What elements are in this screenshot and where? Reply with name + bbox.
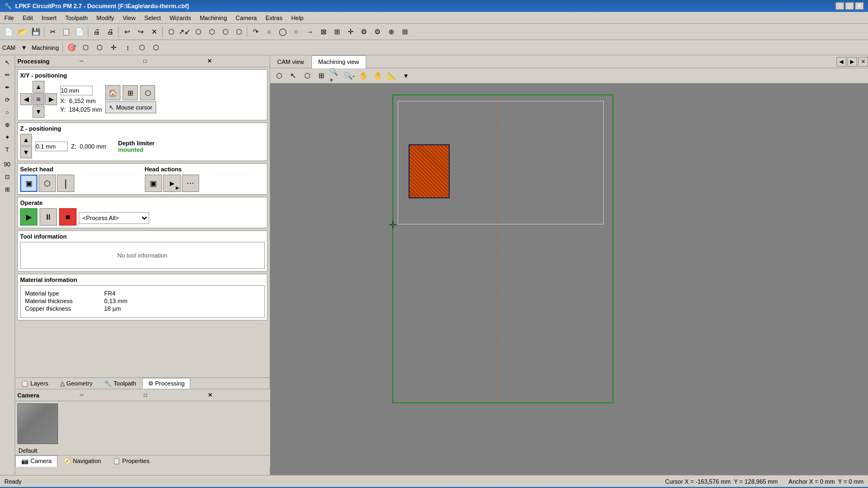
zoom-out-btn[interactable]: 🔍- bbox=[343, 69, 356, 82]
tab-prev-btn[interactable]: ◀ bbox=[837, 57, 846, 67]
tool16[interactable]: ⚙ bbox=[371, 25, 384, 38]
home-button[interactable]: ⊞ bbox=[33, 93, 44, 105]
camera-tab-camera[interactable]: 📷 Camera bbox=[15, 455, 58, 467]
tool6[interactable]: ⬡ bbox=[232, 25, 245, 38]
move-right-button[interactable]: ▶ bbox=[45, 93, 57, 105]
tab-close-btn[interactable]: ✕ bbox=[858, 57, 868, 67]
delete-button[interactable]: ✕ bbox=[148, 25, 161, 38]
cut-button[interactable]: ✂ bbox=[46, 25, 59, 38]
left-icon-11[interactable]: ⊞ bbox=[1, 183, 13, 195]
copy-button[interactable]: 📋 bbox=[60, 25, 73, 38]
print-preview-button[interactable]: 🖨 bbox=[90, 25, 103, 38]
left-icon-10[interactable]: ⊡ bbox=[1, 171, 13, 183]
menu-camera[interactable]: Camera bbox=[231, 14, 261, 22]
tool13[interactable]: ⊞ bbox=[330, 25, 343, 38]
save-button[interactable]: 💾 bbox=[29, 25, 42, 38]
tool4[interactable]: ⬡ bbox=[205, 25, 218, 38]
left-icon-8[interactable]: T bbox=[1, 144, 13, 156]
tab-geometry[interactable]: △ Geometry bbox=[54, 378, 98, 389]
tool2[interactable]: ↗↙ bbox=[178, 25, 191, 38]
fiducial2-btn[interactable]: ⬡ bbox=[140, 85, 155, 100]
new-button[interactable]: 📄 bbox=[2, 25, 15, 38]
left-icon-4[interactable]: ⟳ bbox=[1, 94, 13, 106]
menu-modify[interactable]: Modify bbox=[92, 14, 118, 22]
pan-btn[interactable]: ✋ bbox=[357, 69, 370, 82]
tool5[interactable]: ⬡ bbox=[219, 25, 232, 38]
head-action-1[interactable]: ▣ bbox=[145, 175, 162, 192]
z-up-button[interactable]: ▲ bbox=[20, 134, 32, 146]
cam-tool4[interactable]: ✛ bbox=[107, 41, 120, 54]
head-btn-1[interactable]: ▣ bbox=[20, 175, 37, 192]
stop-button[interactable]: ■ bbox=[59, 208, 76, 226]
camera-tab-navigation[interactable]: 🧭 Navigation bbox=[58, 455, 107, 467]
tool7[interactable]: ↷ bbox=[249, 25, 262, 38]
close-button[interactable]: ✕ bbox=[855, 2, 864, 10]
tab-toolpath[interactable]: 🔧 Toolpath bbox=[98, 378, 142, 389]
left-icon-2[interactable]: ✏ bbox=[1, 69, 13, 81]
cam-tool3[interactable]: ⬡ bbox=[93, 41, 106, 54]
xy-step-input[interactable] bbox=[60, 86, 93, 95]
mouse-cursor-button[interactable]: ↖ Mouse cursor bbox=[105, 101, 156, 113]
camera-minimize[interactable]: ─ bbox=[78, 392, 140, 398]
processing-float[interactable]: □ bbox=[142, 58, 204, 64]
tool17[interactable]: ⊕ bbox=[385, 25, 398, 38]
arrow-tool[interactable]: ↖ bbox=[286, 69, 299, 82]
processing-minimize[interactable]: ─ bbox=[78, 58, 140, 64]
canvas-view[interactable]: ✛ bbox=[270, 84, 868, 475]
menu-select[interactable]: Select bbox=[140, 14, 165, 22]
pan2-btn[interactable]: 🤚 bbox=[371, 69, 384, 82]
left-icon-1[interactable]: ↖ bbox=[1, 56, 13, 68]
measure-btn[interactable]: 📐 bbox=[385, 69, 398, 82]
tab-next-btn[interactable]: ▶ bbox=[847, 57, 857, 67]
move-down-button[interactable]: ▼ bbox=[33, 106, 44, 118]
cam-tool5[interactable]: ↕ bbox=[122, 41, 135, 54]
head-btn-2[interactable]: ⬡ bbox=[39, 175, 56, 192]
menu-wizards[interactable]: Wizards bbox=[165, 14, 195, 22]
pause-button[interactable]: ⏸ bbox=[40, 208, 57, 226]
left-icon-9[interactable]: 90 bbox=[1, 158, 13, 170]
print-button[interactable]: 🖨 bbox=[104, 25, 117, 38]
camera-tab-properties[interactable]: 📋 Properties bbox=[107, 455, 155, 467]
tool11[interactable]: → bbox=[303, 25, 316, 38]
menu-insert[interactable]: Insert bbox=[37, 14, 61, 22]
menu-edit[interactable]: Edit bbox=[18, 14, 37, 22]
menu-view[interactable]: View bbox=[118, 14, 140, 22]
head-action-2[interactable]: ▶▶ bbox=[163, 175, 181, 192]
menu-extras[interactable]: Extras bbox=[261, 14, 286, 22]
redo-button[interactable]: ↪ bbox=[134, 25, 147, 38]
undo-button[interactable]: ↩ bbox=[120, 25, 133, 38]
left-icon-6[interactable]: ⊕ bbox=[1, 119, 13, 131]
maximize-button[interactable]: □ bbox=[845, 2, 854, 10]
move-up-button[interactable]: ▲ bbox=[33, 81, 44, 93]
z-down-button[interactable]: ▼ bbox=[20, 146, 32, 158]
processing-close[interactable]: ✕ bbox=[206, 58, 267, 64]
zoom-in-btn[interactable]: 🔍+ bbox=[329, 69, 342, 82]
tool8[interactable]: ○ bbox=[263, 25, 276, 38]
menu-machining[interactable]: Machining bbox=[195, 14, 231, 22]
home-action-btn[interactable]: 🏠 bbox=[105, 85, 120, 100]
tool1[interactable]: ⬡ bbox=[164, 25, 177, 38]
process-all-select[interactable]: <Process All> bbox=[79, 212, 149, 224]
cam-tool1[interactable]: 🎯 bbox=[65, 41, 78, 54]
cam-tool7[interactable]: ⬡ bbox=[150, 41, 163, 54]
head-action-3[interactable]: ⋯ bbox=[182, 175, 199, 192]
tool3[interactable]: ⬡ bbox=[192, 25, 205, 38]
left-icon-3[interactable]: ✒ bbox=[1, 81, 13, 93]
select-box-tool[interactable]: ⬡ bbox=[301, 69, 314, 82]
left-icon-7[interactable]: ✦ bbox=[1, 131, 13, 143]
menu-file[interactable]: File bbox=[0, 14, 18, 22]
cam-tool6[interactable]: ⬡ bbox=[136, 41, 149, 54]
tool18[interactable]: ⊞ bbox=[398, 25, 411, 38]
tool9[interactable]: ◯ bbox=[276, 25, 289, 38]
measure-dropdown[interactable]: ▾ bbox=[399, 69, 412, 82]
open-button[interactable]: 📂 bbox=[16, 25, 29, 38]
left-icon-5[interactable]: ○ bbox=[1, 106, 13, 118]
cam-dropdown-btn[interactable]: ▾ bbox=[17, 41, 30, 54]
fiducial-btn[interactable]: ⊞ bbox=[123, 85, 138, 100]
camera-close[interactable]: ✕ bbox=[206, 392, 268, 398]
select-cross-tool[interactable]: ⊞ bbox=[315, 69, 328, 82]
tab-machining-view[interactable]: Machining view bbox=[311, 55, 366, 68]
z-step-input[interactable] bbox=[35, 142, 68, 151]
paste-button[interactable]: 📄 bbox=[73, 25, 86, 38]
tab-cam-view[interactable]: CAM view bbox=[270, 55, 311, 68]
